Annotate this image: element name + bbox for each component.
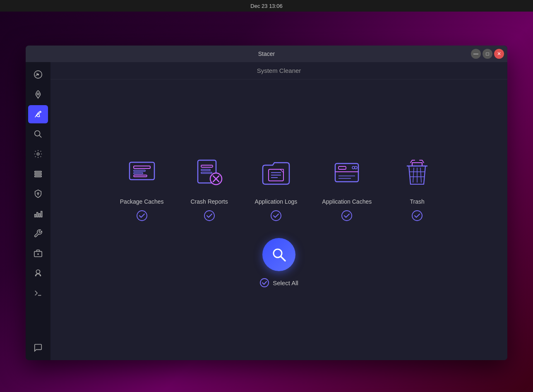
svg-rect-25	[134, 173, 143, 174]
svg-line-4	[39, 135, 41, 137]
window-body: System Cleaner	[26, 62, 507, 360]
application-caches-icon-wrapper	[326, 152, 367, 193]
sidebar-item-settings[interactable]	[28, 145, 48, 163]
sidebar-item-gnome[interactable]	[28, 264, 48, 282]
svg-line-52	[420, 168, 421, 183]
title-bar: Stacer — □ ✕	[26, 46, 507, 62]
svg-point-49	[342, 211, 352, 221]
svg-rect-7	[35, 173, 42, 175]
svg-point-5	[37, 153, 39, 155]
application-logs-icon-wrapper	[255, 152, 297, 193]
svg-rect-26	[134, 175, 147, 177]
sidebar-item-stack[interactable]	[28, 165, 48, 183]
sidebar-item-cleaner[interactable]	[28, 105, 48, 123]
package-caches-icon-wrapper	[121, 152, 163, 193]
svg-point-3	[35, 131, 40, 136]
sidebar-item-search[interactable]	[28, 125, 48, 143]
trash-icon-wrapper	[396, 152, 438, 193]
svg-line-50	[413, 168, 414, 183]
scan-section: Select All	[259, 238, 298, 288]
svg-rect-11	[35, 214, 36, 217]
sidebar-item-chat[interactable]	[28, 339, 48, 357]
clean-item-crash-reports[interactable]: Crash Reports	[189, 152, 230, 221]
svg-point-41	[271, 211, 281, 221]
svg-rect-23	[134, 166, 150, 168]
application-caches-label: Application Caches	[322, 198, 372, 205]
window-controls: — □ ✕	[471, 49, 504, 59]
svg-point-9	[37, 192, 39, 194]
close-button[interactable]: ✕	[494, 49, 504, 59]
select-all-row[interactable]: Select All	[259, 278, 298, 288]
svg-point-36	[204, 211, 214, 221]
svg-rect-13	[39, 214, 40, 217]
svg-rect-44	[339, 166, 346, 169]
sidebar-item-tools[interactable]	[28, 224, 48, 243]
section-header: System Cleaner	[50, 62, 507, 79]
svg-point-46	[355, 166, 357, 169]
clean-item-application-logs[interactable]: Application Logs	[255, 152, 298, 221]
svg-rect-24	[134, 170, 145, 171]
sidebar-item-packages[interactable]	[28, 244, 48, 262]
svg-point-55	[412, 211, 422, 221]
sidebar-item-security[interactable]	[28, 185, 48, 203]
svg-point-18	[36, 270, 40, 274]
svg-rect-32	[201, 172, 212, 173]
select-all-label: Select All	[273, 279, 298, 286]
trash-label: Trash	[410, 198, 425, 205]
svg-point-45	[352, 166, 355, 169]
application-logs-label: Application Logs	[255, 198, 298, 205]
main-content: System Cleaner	[50, 62, 507, 360]
trash-check[interactable]	[411, 210, 423, 221]
content-area: Package Caches	[50, 79, 507, 360]
crash-reports-label: Crash Reports	[190, 198, 228, 205]
svg-rect-30	[201, 165, 213, 167]
maximize-button[interactable]: □	[483, 49, 492, 59]
svg-rect-6	[35, 171, 42, 173]
clean-items-row: Package Caches	[120, 152, 438, 221]
svg-rect-31	[201, 169, 210, 171]
minimize-button[interactable]: —	[471, 49, 481, 59]
package-caches-label: Package Caches	[120, 198, 164, 205]
application-caches-check[interactable]	[341, 210, 353, 221]
svg-rect-12	[37, 212, 38, 217]
svg-rect-8	[35, 176, 42, 177]
svg-line-57	[281, 257, 285, 261]
svg-rect-14	[41, 212, 42, 217]
crash-reports-check[interactable]	[204, 210, 215, 221]
svg-line-20	[35, 293, 38, 296]
main-window: Stacer — □ ✕	[26, 46, 507, 360]
section-title: System Cleaner	[257, 67, 301, 74]
top-bar: Dec 23 13:06	[0, 0, 533, 12]
sidebar-item-startup[interactable]	[28, 85, 48, 103]
clean-item-package-caches[interactable]: Package Caches	[120, 152, 164, 221]
sidebar-item-terminal[interactable]	[28, 284, 48, 302]
svg-point-28	[137, 211, 147, 221]
scan-button[interactable]	[262, 238, 295, 271]
select-all-check-icon	[259, 278, 269, 288]
datetime: Dec 23 13:06	[250, 3, 282, 9]
clean-item-trash[interactable]: Trash	[396, 152, 438, 221]
package-caches-check[interactable]	[136, 210, 148, 221]
svg-line-19	[35, 291, 38, 293]
clean-item-application-caches[interactable]: Application Caches	[322, 152, 372, 221]
svg-point-58	[260, 279, 269, 287]
application-logs-check[interactable]	[270, 210, 282, 221]
scan-icon	[271, 246, 287, 263]
sidebar-item-dashboard[interactable]	[28, 65, 48, 84]
sidebar-item-resources[interactable]	[28, 204, 48, 223]
svg-point-2	[37, 93, 39, 95]
window-title: Stacer	[258, 51, 275, 57]
crash-reports-icon-wrapper	[189, 152, 230, 193]
sidebar	[26, 62, 50, 360]
